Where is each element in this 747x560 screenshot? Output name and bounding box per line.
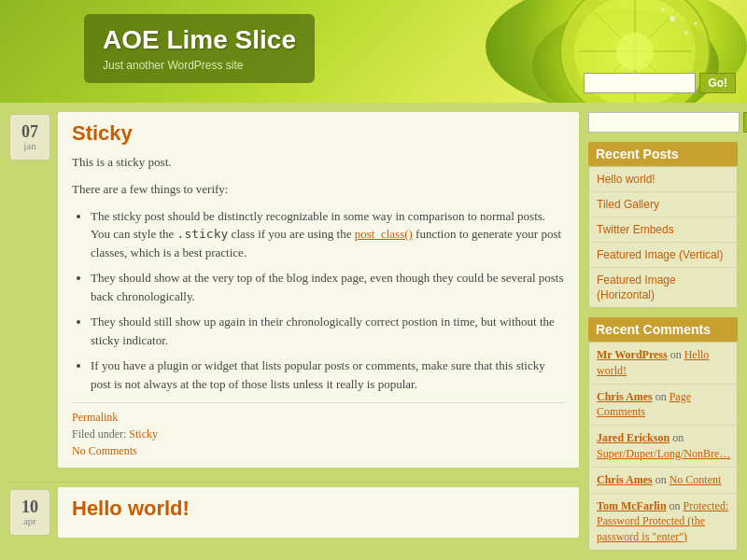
list-item: Tiled Gallery <box>589 192 737 217</box>
comment-author-3[interactable]: Jared Erickson <box>597 431 669 444</box>
site-header: AOE Lime Slice Just another WordPress si… <box>0 0 747 103</box>
sticky-bullet-4: If you have a plugin or widget that list… <box>91 357 565 393</box>
comment-on-4: on <box>655 473 669 486</box>
svg-point-7 <box>669 16 675 21</box>
post-body-hello: Hello world! <box>58 487 579 538</box>
comment-item: Chris Ames on No Content <box>589 468 737 494</box>
comment-author-2[interactable]: Chris Ames <box>597 390 653 403</box>
recent-post-link-2[interactable]: Tiled Gallery <box>597 198 659 211</box>
post-title-sticky: Sticky <box>72 121 565 146</box>
sidebar: Go! Recent Posts Hello world! Tiled Gall… <box>588 112 738 560</box>
filed-under-label: Filed under: <box>72 427 126 441</box>
post-date-hello: 10 apr <box>9 489 50 536</box>
list-item: Featured Image (Vertical) <box>589 243 737 268</box>
main-container: 07 jan Sticky This is a sticky post. The… <box>0 103 747 560</box>
sidebar-recent-comments: Recent Comments Mr WordPress on Hello wo… <box>588 317 738 551</box>
comment-item: Chris Ames on Page Comments <box>589 385 737 427</box>
sticky-intro1: This is a sticky post. <box>72 153 565 173</box>
recent-post-link-1[interactable]: Hello world! <box>597 173 655 186</box>
recent-posts-list: Hello world! Tiled Gallery Twitter Embed… <box>588 166 738 308</box>
no-comments-link[interactable]: No Comments <box>72 444 137 457</box>
post-hello-world: 10 apr Hello world! <box>9 487 579 538</box>
comment-item: Jared Erickson on Super/Duper/Long/NonBr… <box>589 426 737 468</box>
recent-post-link-3[interactable]: Twitter Embeds <box>597 223 674 236</box>
sticky-bullet-2: They should show at the very top of the … <box>91 269 565 305</box>
comment-on-3: on <box>672 431 684 444</box>
recent-post-link-5[interactable]: Featured Image (Horizontal) <box>597 273 676 301</box>
recent-comments-list: Mr WordPress on Hello world! Chris Ames … <box>588 342 738 551</box>
permalink-line: Permalink <box>72 411 565 425</box>
comment-post-4[interactable]: No Content <box>669 473 722 486</box>
comment-on-2: on <box>655 390 669 403</box>
post-title-hello: Hello world! <box>72 497 565 521</box>
svg-point-6 <box>616 33 654 70</box>
comment-item: Tom McFarlin on Protected: Password Prot… <box>589 494 737 550</box>
post-content-sticky: This is a sticky post. There are a few t… <box>72 153 565 393</box>
post-title-link-hello[interactable]: Hello world! <box>72 497 190 520</box>
list-item: Twitter Embeds <box>589 217 737 243</box>
svg-point-8 <box>684 31 688 35</box>
header-search-input[interactable] <box>584 73 696 93</box>
recent-posts-title: Recent Posts <box>588 142 738 166</box>
permalink-link[interactable]: Permalink <box>72 411 118 424</box>
comment-author-1[interactable]: Mr WordPress <box>597 348 668 361</box>
content-area: 07 jan Sticky This is a sticky post. The… <box>9 112 579 560</box>
list-item: Hello world! <box>589 167 737 192</box>
post-divider <box>9 482 579 483</box>
svg-point-10 <box>695 22 698 25</box>
header-title-box: AOE Lime Slice Just another WordPress si… <box>84 14 315 83</box>
sidebar-search-button[interactable]: Go! <box>743 112 747 133</box>
post-day-hello: 10 <box>21 498 38 515</box>
comment-author-4[interactable]: Chris Ames <box>597 473 653 486</box>
header-search-button[interactable]: Go! <box>699 73 736 93</box>
recent-comments-title: Recent Comments <box>588 317 738 342</box>
svg-point-9 <box>661 7 665 11</box>
post-month-hello: apr <box>23 515 36 526</box>
post-day-sticky: 07 <box>21 123 38 140</box>
post-month-sticky: jan <box>23 140 35 151</box>
site-title: AOE Lime Slice <box>103 25 296 55</box>
post-meta-sticky: Permalink Filed under: Sticky No Comment… <box>72 402 565 458</box>
comments-line: No Comments <box>72 444 565 458</box>
comment-on-5: on <box>669 499 684 512</box>
sidebar-search-input[interactable] <box>588 112 740 133</box>
list-item: Featured Image (Horizontal) <box>589 268 737 307</box>
filed-line: Filed under: Sticky <box>72 427 565 441</box>
site-subtitle: Just another WordPress site <box>103 59 296 72</box>
comment-post-3[interactable]: Super/Duper/Long/NonBre… <box>597 447 730 460</box>
post-date-sticky: 07 jan <box>9 114 50 161</box>
post-body-sticky: Sticky This is a sticky post. There are … <box>58 112 579 468</box>
sidebar-recent-posts: Recent Posts Hello world! Tiled Gallery … <box>588 142 738 308</box>
sticky-bullet-3: They should still show up again in their… <box>91 313 565 349</box>
post-sticky: 07 jan Sticky This is a sticky post. The… <box>9 112 579 468</box>
comment-on-1: on <box>670 348 684 361</box>
sidebar-search-form: Go! <box>588 112 738 133</box>
post-title-link-sticky[interactable]: Sticky <box>72 121 133 145</box>
recent-post-link-4[interactable]: Featured Image (Vertical) <box>597 248 723 261</box>
comment-item: Mr WordPress on Hello world! <box>589 343 737 385</box>
sticky-intro2: There are a few things to verify: <box>72 180 565 200</box>
sticky-bullets: The sticky post should be distinctly rec… <box>91 207 565 394</box>
comment-author-5[interactable]: Tom McFarlin <box>597 499 667 512</box>
category-link[interactable]: Sticky <box>129 427 158 441</box>
sticky-bullet-1: The sticky post should be distinctly rec… <box>91 207 565 262</box>
header-search-form: Go! <box>584 73 736 93</box>
post-class-link[interactable]: post_class() <box>355 227 413 241</box>
page-wrapper: AOE Lime Slice Just another WordPress si… <box>0 0 747 560</box>
